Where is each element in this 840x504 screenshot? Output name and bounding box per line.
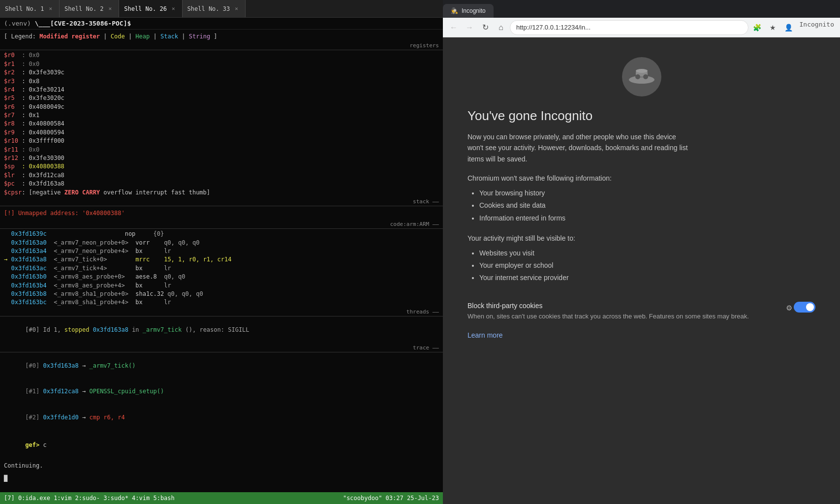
- profile-button[interactable]: 👤: [782, 21, 796, 34]
- incognito-hat-icon: 🕵: [451, 7, 458, 14]
- cookie-block-title: Block third-party cookies: [467, 302, 778, 310]
- browser-nav: ← → ↻ ⌂ 🧩 ★ 👤 Incognito: [443, 18, 840, 37]
- gef-prompt: gef> c: [0, 430, 443, 460]
- registers-header: registers: [0, 42, 443, 50]
- cookie-block-row: Block third-party cookies When on, sites…: [467, 302, 815, 321]
- cookie-block-section: Block third-party cookies When on, sites…: [467, 294, 815, 321]
- reg-r12: $r12 : 0x3fe30300: [0, 154, 443, 162]
- code-line-0: 0x3fd1639c nop {0}: [0, 230, 443, 238]
- cookie-block-desc: When on, sites can't use cookies that tr…: [467, 312, 778, 321]
- reg-r8: $r8 : 0x40800584: [0, 120, 443, 128]
- tab-shell-2[interactable]: Shell No. 2 ✕: [60, 0, 119, 17]
- legend-string: String: [189, 33, 210, 40]
- back-button[interactable]: ←: [447, 21, 461, 34]
- bookmark-button[interactable]: ★: [766, 21, 780, 34]
- visible-list: Websites you visit Your employer or scho…: [467, 247, 815, 284]
- svg-point-2: [635, 74, 640, 79]
- visible-note: Your activity might still be visible to:: [467, 234, 815, 242]
- reg-r0: $r0 : 0x0: [0, 51, 443, 60]
- incognito-content: You've gone Incognito Now you can browse…: [443, 37, 840, 504]
- reg-r2: $r2 : 0x3fe3039c: [0, 68, 443, 77]
- extensions-button[interactable]: 🧩: [750, 21, 764, 34]
- incognito-icon-container: [467, 57, 815, 96]
- nav-icons: 🧩 ★ 👤 Incognito: [750, 21, 836, 34]
- terminal-tab-bar: Shell No. 1 ✕ Shell No. 2 ✕ Shell No. 26…: [0, 0, 443, 18]
- continuing-text: Continuing.: [0, 460, 443, 472]
- legend-line: [ Legend: Modified register | Code | Hea…: [0, 32, 443, 42]
- tab-close-33[interactable]: ✕: [233, 4, 240, 13]
- incognito-description: Now you can browse privately, and other …: [467, 131, 689, 164]
- visible-item-1: Websites you visit: [479, 247, 815, 259]
- trace-header: trace ——: [0, 344, 443, 352]
- reg-r11: $r11 : 0x0: [0, 146, 443, 154]
- code-line-1: 0x3fd163a0 <_armv7_neon_probe+0> vorr q0…: [0, 239, 443, 247]
- tab-close-1[interactable]: ✕: [47, 4, 54, 13]
- code-line-2: 0x3fd163a4 <_armv7_neon_probe+4> bx lr: [0, 247, 443, 255]
- url-bar[interactable]: [510, 20, 748, 35]
- terminal-cursor[interactable]: █: [0, 472, 443, 485]
- browser-tab-incognito[interactable]: 🕵 Incognito: [443, 4, 494, 18]
- reg-r4: $r4 : 0x3fe30214: [0, 86, 443, 94]
- tab-label: Shell No. 33: [187, 5, 230, 12]
- cve-path: \___[CVE-2023-35086-POC]$: [35, 20, 131, 27]
- reg-r6: $r6 : 0x4080049c: [0, 103, 443, 111]
- cookie-icons: ⚙: [786, 302, 815, 313]
- incognito-label: Incognito: [798, 21, 836, 34]
- forward-button[interactable]: →: [463, 21, 476, 34]
- legend-code: Code: [111, 33, 125, 40]
- reg-r5: $r5 : 0x3fe3020c: [0, 94, 443, 102]
- cookie-toggle[interactable]: [794, 302, 815, 313]
- not-saved-item-2: Cookies and site data: [479, 199, 815, 212]
- tab-close-26[interactable]: ✕: [170, 4, 177, 13]
- code-line-4: 0x3fd163ac <_armv7_tick+4> bx lr: [0, 264, 443, 273]
- tab-close-2[interactable]: ✕: [107, 4, 114, 13]
- code-line-3: → 0x3fd163a8 <_armv7_tick+0> mrrc 15, 1,…: [0, 255, 443, 264]
- code-line-6: 0x3fd163b4 <_armv8_aes_probe+4> bx lr: [0, 282, 443, 290]
- reload-button[interactable]: ↻: [478, 21, 492, 34]
- browser-tab-label: Incognito: [462, 7, 486, 14]
- reg-pc: $pc : 0x3fd163a8: [0, 180, 443, 188]
- gear-icon[interactable]: ⚙: [786, 302, 792, 313]
- reg-cpsr: $cpsr: [negative ZERO CARRY overflow int…: [0, 189, 443, 197]
- code-line-5: 0x3fd163b0 <_armv8_aes_probe+0> aese.8 q…: [0, 273, 443, 281]
- reg-r3: $r3 : 0x8: [0, 77, 443, 86]
- stack-header: stack ——: [0, 198, 443, 206]
- status-bar: [7] 0:ida.exe 1:vim 2:sudo- 3:sudo* 4:vi…: [0, 492, 443, 504]
- incognito-title: You've gone Incognito: [467, 108, 815, 124]
- status-left: [7] 0:ida.exe 1:vim 2:sudo- 3:sudo* 4:vi…: [4, 495, 175, 502]
- reg-r9: $r9 : 0x40800594: [0, 128, 443, 137]
- not-saved-list: Your browsing history Cookies and site d…: [467, 187, 815, 224]
- browser-section: 🕵 Incognito ← → ↻ ⌂ 🧩 ★ 👤 Incognito: [443, 0, 840, 504]
- code-line-8: 0x3fd163bc <_armv8_sha1_probe+4> bx lr: [0, 298, 443, 307]
- legend-stack: Stack: [160, 33, 178, 40]
- reg-sp: $sp : 0x40800388: [0, 162, 443, 171]
- visible-item-2: Your employer or school: [479, 259, 815, 272]
- not-saved-item-1: Your browsing history: [479, 187, 815, 199]
- incognito-spy-icon: [622, 57, 661, 96]
- browser-tab-bar: 🕵 Incognito: [443, 0, 840, 18]
- spy-hat-svg: [627, 62, 656, 92]
- tab-shell-33[interactable]: Shell No. 33 ✕: [183, 0, 246, 17]
- home-button[interactable]: ⌂: [494, 21, 508, 34]
- terminal-section: Shell No. 1 ✕ Shell No. 2 ✕ Shell No. 26…: [0, 0, 443, 504]
- threads-header: threads ——: [0, 308, 443, 316]
- chromium-note: Chromium won't save the following inform…: [467, 174, 815, 182]
- trace-line-1: [#1] 0x3fd12ca8 → OPENSSL_cpuid_setup(): [0, 379, 443, 405]
- venv-label: (.venv): [4, 20, 35, 27]
- tab-label: Shell No. 2: [64, 5, 103, 12]
- not-saved-item-3: Information entered in forms: [479, 212, 815, 224]
- trace-line-0: [#0] 0x3fd163a8 → _armv7_tick(): [0, 353, 443, 379]
- tab-shell-1[interactable]: Shell No. 1 ✕: [0, 0, 60, 17]
- gdb-output: [ Legend: Modified register | Code | Hea…: [0, 30, 443, 504]
- terminal-prompt: (.venv) \___[CVE-2023-35086-POC]$: [0, 18, 443, 30]
- legend-bracket: [ Legend:: [4, 33, 39, 40]
- svg-rect-4: [640, 76, 643, 78]
- reg-lr: $lr : 0x3fd12ca8: [0, 171, 443, 180]
- learn-more-link[interactable]: Learn more: [467, 331, 503, 339]
- reg-r7: $r7 : 0x1: [0, 111, 443, 120]
- code-header: code:arm:ARM ——: [0, 220, 443, 229]
- trace-line-2: [#2] 0x3ffde1d0 → cmp r6, r4: [0, 405, 443, 430]
- thread-line: [#0] Id 1, stopped 0x3fd163a8 in _armv7_…: [0, 317, 443, 343]
- legend-modified: Modified register: [39, 33, 100, 40]
- tab-shell-26[interactable]: Shell No. 26 ✕: [119, 0, 182, 17]
